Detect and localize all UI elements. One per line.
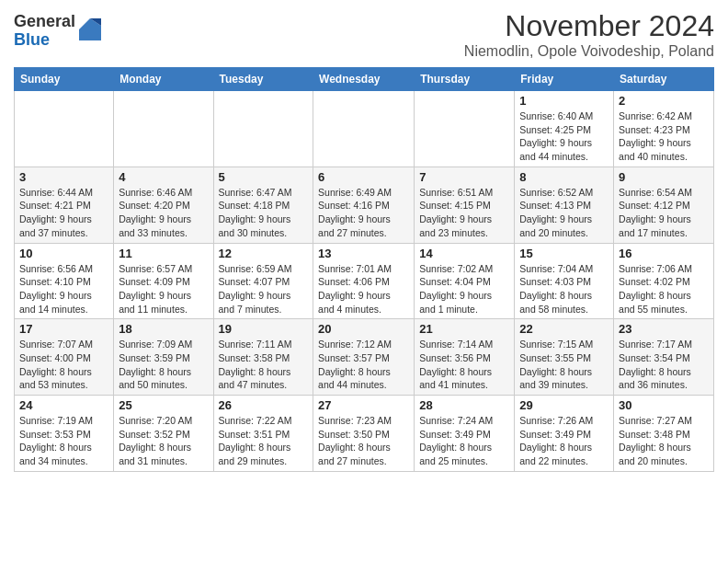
day-number: 29: [519, 398, 609, 412]
day-info: Sunrise: 6:59 AM Sunset: 4:07 PM Dayligh…: [219, 262, 309, 316]
table-row: 17Sunrise: 7:07 AM Sunset: 4:00 PM Dayli…: [15, 319, 114, 396]
day-info: Sunrise: 7:14 AM Sunset: 3:56 PM Dayligh…: [419, 338, 509, 392]
day-number: 4: [119, 170, 208, 184]
table-row: [213, 91, 313, 167]
logo: General Blue: [14, 13, 101, 50]
day-info: Sunrise: 7:04 AM Sunset: 4:03 PM Dayligh…: [519, 262, 609, 316]
table-row: 24Sunrise: 7:19 AM Sunset: 3:53 PM Dayli…: [15, 396, 114, 472]
day-number: 27: [318, 398, 409, 412]
table-row: 11Sunrise: 6:57 AM Sunset: 4:09 PM Dayli…: [114, 243, 213, 319]
table-row: 12Sunrise: 6:59 AM Sunset: 4:07 PM Dayli…: [213, 243, 313, 319]
day-info: Sunrise: 7:23 AM Sunset: 3:50 PM Dayligh…: [318, 414, 409, 468]
day-info: Sunrise: 7:07 AM Sunset: 4:00 PM Dayligh…: [19, 338, 108, 392]
day-info: Sunrise: 6:44 AM Sunset: 4:21 PM Dayligh…: [19, 186, 108, 240]
table-row: 16Sunrise: 7:06 AM Sunset: 4:02 PM Dayli…: [614, 243, 714, 319]
day-number: 8: [519, 170, 609, 184]
day-number: 7: [419, 170, 509, 184]
col-monday: Monday: [114, 68, 213, 91]
day-info: Sunrise: 7:19 AM Sunset: 3:53 PM Dayligh…: [19, 414, 108, 468]
table-row: [15, 91, 114, 167]
day-number: 2: [619, 94, 709, 108]
table-row: 25Sunrise: 7:20 AM Sunset: 3:52 PM Dayli…: [114, 396, 213, 472]
day-number: 22: [519, 322, 609, 336]
day-number: 28: [419, 398, 509, 412]
day-info: Sunrise: 7:15 AM Sunset: 3:55 PM Dayligh…: [519, 338, 609, 392]
day-info: Sunrise: 6:54 AM Sunset: 4:12 PM Dayligh…: [619, 186, 709, 240]
logo-general-text: General: [14, 13, 75, 31]
day-number: 21: [419, 322, 509, 336]
table-row: [114, 91, 213, 167]
table-row: 15Sunrise: 7:04 AM Sunset: 4:03 PM Dayli…: [515, 243, 614, 319]
col-sunday: Sunday: [15, 68, 114, 91]
day-number: 11: [119, 247, 208, 260]
day-info: Sunrise: 7:01 AM Sunset: 4:06 PM Dayligh…: [318, 262, 409, 316]
calendar-week-row: 17Sunrise: 7:07 AM Sunset: 4:00 PM Dayli…: [15, 319, 714, 396]
table-row: 19Sunrise: 7:11 AM Sunset: 3:58 PM Dayli…: [213, 319, 313, 396]
day-number: 17: [19, 322, 108, 336]
day-info: Sunrise: 6:51 AM Sunset: 4:15 PM Dayligh…: [419, 186, 509, 240]
table-row: 27Sunrise: 7:23 AM Sunset: 3:50 PM Dayli…: [313, 396, 415, 472]
table-row: 14Sunrise: 7:02 AM Sunset: 4:04 PM Dayli…: [415, 243, 515, 319]
logo-icon: [79, 18, 101, 44]
table-row: 29Sunrise: 7:26 AM Sunset: 3:49 PM Dayli…: [515, 396, 614, 472]
day-number: 23: [619, 322, 709, 336]
page-header: General Blue November 2024 Niemodlin, Op…: [14, 9, 714, 60]
table-row: 1Sunrise: 6:40 AM Sunset: 4:25 PM Daylig…: [515, 91, 614, 167]
title-section: November 2024 Niemodlin, Opole Voivodesh…: [464, 9, 714, 60]
table-row: 30Sunrise: 7:27 AM Sunset: 3:48 PM Dayli…: [614, 396, 714, 472]
day-info: Sunrise: 7:02 AM Sunset: 4:04 PM Dayligh…: [419, 262, 509, 316]
col-wednesday: Wednesday: [313, 68, 415, 91]
day-number: 20: [318, 322, 409, 336]
table-row: 18Sunrise: 7:09 AM Sunset: 3:59 PM Dayli…: [114, 319, 213, 396]
day-info: Sunrise: 6:46 AM Sunset: 4:20 PM Dayligh…: [119, 186, 208, 240]
day-info: Sunrise: 7:24 AM Sunset: 3:49 PM Dayligh…: [419, 414, 509, 468]
table-row: 26Sunrise: 7:22 AM Sunset: 3:51 PM Dayli…: [213, 396, 313, 472]
day-number: 15: [519, 247, 609, 260]
day-info: Sunrise: 7:26 AM Sunset: 3:49 PM Dayligh…: [519, 414, 609, 468]
day-number: 16: [619, 247, 709, 260]
day-info: Sunrise: 7:17 AM Sunset: 3:54 PM Dayligh…: [619, 338, 709, 392]
day-number: 5: [219, 170, 309, 184]
day-info: Sunrise: 7:20 AM Sunset: 3:52 PM Dayligh…: [119, 414, 208, 468]
table-row: 10Sunrise: 6:56 AM Sunset: 4:10 PM Dayli…: [15, 243, 114, 319]
day-info: Sunrise: 7:09 AM Sunset: 3:59 PM Dayligh…: [119, 338, 208, 392]
calendar-week-row: 24Sunrise: 7:19 AM Sunset: 3:53 PM Dayli…: [15, 396, 714, 472]
day-number: 13: [318, 247, 409, 260]
calendar-week-row: 1Sunrise: 6:40 AM Sunset: 4:25 PM Daylig…: [15, 91, 714, 167]
table-row: 7Sunrise: 6:51 AM Sunset: 4:15 PM Daylig…: [415, 167, 515, 243]
calendar-week-row: 3Sunrise: 6:44 AM Sunset: 4:21 PM Daylig…: [15, 167, 714, 243]
table-row: 13Sunrise: 7:01 AM Sunset: 4:06 PM Dayli…: [313, 243, 415, 319]
day-info: Sunrise: 7:27 AM Sunset: 3:48 PM Dayligh…: [619, 414, 709, 468]
day-info: Sunrise: 6:40 AM Sunset: 4:25 PM Dayligh…: [519, 109, 609, 164]
col-friday: Friday: [515, 68, 614, 91]
day-number: 6: [318, 170, 409, 184]
day-number: 1: [519, 94, 609, 108]
day-info: Sunrise: 7:11 AM Sunset: 3:58 PM Dayligh…: [219, 338, 309, 392]
table-row: [313, 91, 415, 167]
day-info: Sunrise: 6:42 AM Sunset: 4:23 PM Dayligh…: [619, 109, 709, 164]
table-row: 2Sunrise: 6:42 AM Sunset: 4:23 PM Daylig…: [614, 91, 714, 167]
table-row: 5Sunrise: 6:47 AM Sunset: 4:18 PM Daylig…: [213, 167, 313, 243]
table-row: 21Sunrise: 7:14 AM Sunset: 3:56 PM Dayli…: [415, 319, 515, 396]
table-row: 9Sunrise: 6:54 AM Sunset: 4:12 PM Daylig…: [614, 167, 714, 243]
calendar-page: General Blue November 2024 Niemodlin, Op…: [0, 0, 728, 563]
day-number: 19: [219, 322, 309, 336]
table-row: 22Sunrise: 7:15 AM Sunset: 3:55 PM Dayli…: [515, 319, 614, 396]
table-row: [415, 91, 515, 167]
day-number: 10: [19, 247, 108, 260]
logo-blue-text: Blue: [14, 31, 75, 50]
day-number: 25: [119, 398, 208, 412]
day-number: 26: [219, 398, 309, 412]
day-info: Sunrise: 6:57 AM Sunset: 4:09 PM Dayligh…: [119, 262, 208, 316]
day-number: 9: [619, 170, 709, 184]
month-year-title: November 2024: [464, 9, 714, 43]
day-number: 30: [619, 398, 709, 412]
day-number: 14: [419, 247, 509, 260]
day-number: 18: [119, 322, 208, 336]
table-row: 6Sunrise: 6:49 AM Sunset: 4:16 PM Daylig…: [313, 167, 415, 243]
day-number: 24: [19, 398, 108, 412]
calendar-week-row: 10Sunrise: 6:56 AM Sunset: 4:10 PM Dayli…: [15, 243, 714, 319]
day-info: Sunrise: 7:06 AM Sunset: 4:02 PM Dayligh…: [619, 262, 709, 316]
calendar-header-row: Sunday Monday Tuesday Wednesday Thursday…: [15, 68, 714, 91]
day-info: Sunrise: 6:49 AM Sunset: 4:16 PM Dayligh…: [318, 186, 409, 240]
